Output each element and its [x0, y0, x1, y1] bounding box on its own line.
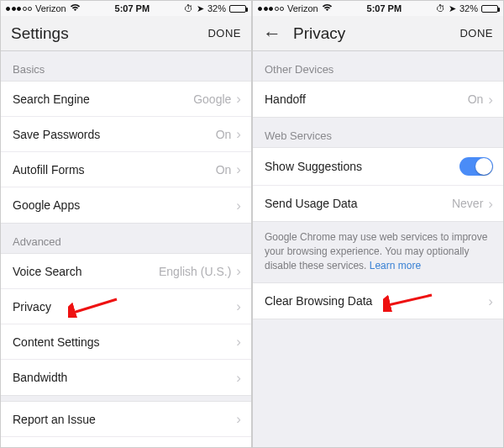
section-header-web-services: Web Services [253, 118, 503, 147]
row-voice-search[interactable]: Voice Search English (U.S.) › [1, 254, 251, 289]
nav-bar-privacy: ← Privacy DONE [253, 16, 503, 51]
row-privacy[interactable]: Privacy › [1, 289, 251, 324]
location-icon: ➤ [449, 3, 456, 14]
row-label: Clear Browsing Data [265, 294, 488, 308]
row-bandwidth[interactable]: Bandwidth › [1, 360, 251, 395]
page-title: Settings [11, 24, 69, 43]
section-header-advanced: Advanced [1, 224, 251, 253]
chevron-right-icon: › [236, 299, 241, 314]
row-label: Show Suggestions [265, 160, 459, 173]
row-label: Privacy [13, 300, 236, 314]
row-clear-browsing-data[interactable]: Clear Browsing Data › [253, 283, 503, 319]
done-button[interactable]: DONE [207, 27, 241, 40]
section-header-other-devices: Other Devices [253, 51, 503, 81]
battery-pct: 32% [207, 3, 226, 13]
row-google-chrome[interactable]: Google Chrome › [1, 437, 251, 448]
row-value: On [468, 92, 484, 106]
row-send-usage-data[interactable]: Send Usage Data Never › [253, 186, 503, 221]
battery-icon [481, 5, 498, 13]
chevron-right-icon: › [236, 264, 241, 278]
row-value: English (U.S.) [159, 265, 231, 278]
settings-screen: Verizon 5:07 PM ⏱ ➤ 32% Settings DONE Ba… [0, 0, 252, 448]
row-show-suggestions[interactable]: Show Suggestions [253, 148, 503, 186]
privacy-screen: Verizon 5:07 PM ⏱ ➤ 32% ← Privacy DONE O… [252, 0, 504, 448]
wifi-icon [70, 3, 81, 13]
row-label: Voice Search [13, 265, 159, 278]
signal-dots-icon [6, 7, 32, 11]
row-value: Google [193, 92, 231, 106]
row-label: Send Usage Data [265, 197, 452, 210]
row-label: Search Engine [13, 92, 193, 106]
signal-dots-icon [258, 7, 284, 11]
row-label: Google Apps [13, 198, 236, 212]
chevron-right-icon: › [236, 162, 241, 177]
location-icon: ➤ [197, 3, 204, 14]
row-label: Autofill Forms [13, 163, 216, 177]
nav-bar-settings: Settings DONE [1, 16, 251, 51]
row-label: Save Passwords [13, 128, 216, 141]
row-value: On [216, 128, 232, 141]
row-value: Never [452, 197, 483, 210]
toggle-switch[interactable] [459, 157, 493, 176]
status-time: 5:07 PM [115, 3, 150, 13]
alarm-icon: ⏱ [436, 3, 445, 13]
battery-icon [229, 5, 246, 13]
battery-pct: 32% [459, 3, 478, 13]
status-time: 5:07 PM [367, 3, 402, 13]
wifi-icon [322, 3, 333, 13]
chevron-right-icon: › [236, 412, 241, 426]
chevron-right-icon: › [488, 92, 493, 107]
row-search-engine[interactable]: Search Engine Google › [1, 82, 251, 117]
row-value: On [216, 163, 232, 177]
row-google-apps[interactable]: Google Apps › [1, 187, 251, 223]
done-button[interactable]: DONE [459, 27, 493, 40]
carrier-label: Verizon [287, 3, 318, 13]
status-bar: Verizon 5:07 PM ⏱ ➤ 32% [1, 1, 251, 16]
row-content-settings[interactable]: Content Settings › [1, 324, 251, 360]
chevron-right-icon: › [236, 198, 241, 213]
row-label: Content Settings [13, 335, 236, 349]
status-bar: Verizon 5:07 PM ⏱ ➤ 32% [253, 1, 503, 16]
section-header-basics: Basics [1, 51, 251, 81]
row-label: Bandwidth [13, 371, 236, 384]
chevron-right-icon: › [236, 335, 241, 349]
chevron-right-icon: › [488, 197, 493, 211]
row-handoff[interactable]: Handoff On › [253, 82, 503, 117]
chevron-right-icon: › [236, 92, 241, 106]
row-label: Handoff [265, 92, 468, 106]
row-label: Report an Issue [13, 413, 236, 426]
row-save-passwords[interactable]: Save Passwords On › [1, 117, 251, 152]
back-button[interactable]: ← [263, 24, 281, 43]
web-services-info: Google Chrome may use web services to im… [253, 222, 503, 282]
chevron-right-icon: › [488, 294, 493, 308]
chevron-right-icon: › [236, 127, 241, 141]
row-report-issue[interactable]: Report an Issue › [1, 402, 251, 437]
page-title: Privacy [293, 24, 345, 43]
chevron-right-icon: › [236, 371, 241, 385]
learn-more-link[interactable]: Learn more [370, 260, 421, 271]
row-autofill-forms[interactable]: Autofill Forms On › [1, 152, 251, 187]
alarm-icon: ⏱ [184, 3, 193, 13]
carrier-label: Verizon [35, 3, 66, 13]
